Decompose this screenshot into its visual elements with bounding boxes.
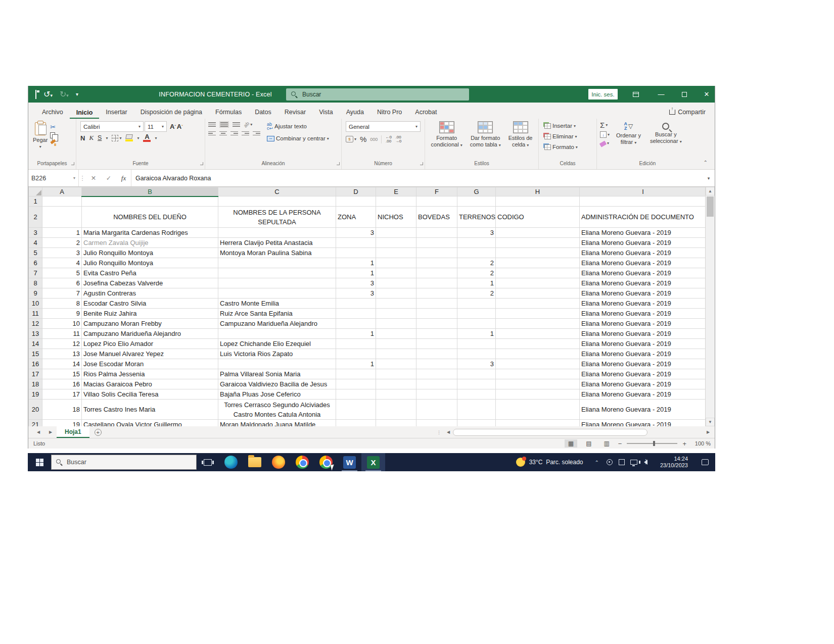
maximize-button[interactable]	[674, 86, 694, 103]
cell-nichos[interactable]	[376, 329, 416, 339]
cell-nichos[interactable]	[376, 238, 416, 248]
zoom-slider[interactable]	[627, 443, 677, 444]
cell-nichos[interactable]	[376, 309, 416, 319]
bold-button[interactable]: N	[80, 134, 85, 142]
cell-nichos[interactable]	[376, 400, 416, 420]
taskbar-explorer-button[interactable]	[243, 453, 266, 471]
autosum-button[interactable]: Σ▾	[600, 121, 610, 129]
clear-button[interactable]: ▾	[600, 140, 610, 146]
cell-codigo[interactable]	[496, 248, 580, 258]
cell-zona[interactable]	[336, 349, 376, 359]
cell-zona[interactable]	[336, 400, 376, 420]
cell-admin[interactable]: Eliana Moreno Guevara - 2019	[580, 420, 707, 427]
align-middle-icon[interactable]	[219, 121, 229, 128]
cell-owner[interactable]: Benite Ruiz Jahira	[82, 309, 218, 319]
cell-terrenos[interactable]: 3	[457, 228, 496, 238]
cell-owner[interactable]: Julio Ronquillo Montoya	[82, 258, 218, 268]
cell-index[interactable]: 5	[42, 268, 82, 278]
cell-index[interactable]: 19	[42, 420, 82, 427]
minimize-button[interactable]: —	[651, 86, 671, 103]
tray-security-icon[interactable]	[616, 453, 628, 471]
taskbar-excel-button[interactable]: X	[361, 453, 385, 471]
undo-icon[interactable]: ↺▾	[43, 89, 53, 99]
task-view-button[interactable]	[197, 453, 219, 471]
cell-codigo[interactable]	[496, 349, 580, 359]
increase-font-icon[interactable]: Aˆ	[170, 124, 176, 129]
cell-codigo[interactable]	[496, 339, 580, 349]
ribbon-search-box[interactable]: Buscar	[286, 88, 469, 101]
taskbar-chrome2-button[interactable]	[314, 453, 338, 471]
cell-terrenos[interactable]	[457, 389, 496, 400]
cell-buried[interactable]: Montoya Moran Paulina Sabina	[218, 248, 336, 258]
cell-index[interactable]: 3	[42, 248, 82, 258]
cell-codigo[interactable]	[496, 288, 580, 299]
cell-index[interactable]: 1	[42, 228, 82, 238]
cell-owner[interactable]: Escodar Castro Silvia	[82, 299, 218, 309]
decrease-font-icon[interactable]: Aˇ	[177, 124, 183, 129]
customize-toolbar-icon[interactable]: ▾	[76, 91, 78, 97]
cell-terrenos[interactable]	[457, 248, 496, 258]
cell-nichos[interactable]	[376, 369, 416, 379]
cell-bovedas[interactable]	[416, 228, 457, 238]
cell-nichos[interactable]	[376, 349, 416, 359]
cell-bovedas[interactable]	[416, 369, 457, 379]
share-button[interactable]: Compartir	[669, 109, 706, 116]
row-header[interactable]: 17	[29, 369, 42, 379]
cell-admin[interactable]: Eliana Moreno Guevara - 2019	[580, 349, 707, 359]
cell-owner[interactable]: Castellano Oyala Victor Guillermo	[82, 420, 218, 427]
cell-buried[interactable]	[218, 268, 336, 278]
cell-buried[interactable]: Lopez Chichande Elio Ezequiel	[218, 339, 336, 349]
cell-zona[interactable]	[336, 339, 376, 349]
cell-index[interactable]: 11	[42, 329, 82, 339]
row-header[interactable]: 11	[29, 309, 42, 319]
cell-buried[interactable]: Herrera Clavijo Petita Anastacia	[218, 238, 336, 248]
name-box[interactable]: B226▾	[28, 170, 79, 186]
comma-style-icon[interactable]: 000	[370, 137, 378, 142]
cell-admin[interactable]: Eliana Moreno Guevara - 2019	[580, 288, 707, 299]
cell-nichos[interactable]	[376, 228, 416, 238]
cell-owner[interactable]: Villao Solis Cecilia Teresa	[82, 389, 218, 400]
column-header[interactable]: B	[82, 187, 218, 196]
cell-admin[interactable]: Eliana Moreno Guevara - 2019	[580, 400, 707, 420]
paste-button[interactable]: Pegar▾	[30, 121, 50, 161]
cell-owner[interactable]: Julio Ronquillo Montoya	[82, 248, 218, 258]
cell-admin[interactable]: Eliana Moreno Guevara - 2019	[580, 248, 707, 258]
number-format-combo[interactable]: General▾	[346, 121, 421, 132]
close-button[interactable]: ✕	[697, 86, 717, 103]
cell-bovedas[interactable]	[416, 359, 457, 369]
conditional-formatting-button[interactable]: Formato condicional ▾	[429, 120, 465, 161]
cell-index[interactable]: 12	[42, 339, 82, 349]
cell-index[interactable]: 16	[42, 379, 82, 389]
hscroll-left-icon[interactable]: ◀	[445, 430, 452, 434]
cell-buried[interactable]: Castro Monte Emilia	[218, 299, 336, 309]
cell-admin[interactable]: Eliana Moreno Guevara - 2019	[580, 329, 707, 339]
cell-codigo[interactable]	[496, 379, 580, 389]
row-header[interactable]: 2	[29, 207, 42, 228]
cell-zona[interactable]	[336, 299, 376, 309]
cell-index[interactable]: 15	[42, 369, 82, 379]
cell-zona[interactable]: 3	[336, 228, 376, 238]
cell-owner[interactable]: Macias Garaicoa Pebro	[82, 379, 218, 389]
cell-terrenos[interactable]: 2	[457, 258, 496, 268]
cell-owner[interactable]: Jose Escodar Moran	[82, 359, 218, 369]
cell-bovedas-header[interactable]: BOVEDAS	[416, 207, 457, 228]
merge-center-button[interactable]: Combinar y centrar▾	[265, 134, 331, 142]
delete-cells-button[interactable]: Eliminar▾	[543, 132, 592, 140]
cell-admin[interactable]: Eliana Moreno Guevara - 2019	[580, 309, 707, 319]
cell-index[interactable]: 7	[42, 288, 82, 299]
cell-terrenos[interactable]	[457, 339, 496, 349]
row-header[interactable]: 3	[29, 228, 42, 238]
cell-zona[interactable]	[336, 248, 376, 258]
cell-buried[interactable]: Moran Maldonado Juana Matilde	[218, 420, 336, 427]
cell-codigo[interactable]	[496, 309, 580, 319]
cell-nichos[interactable]	[376, 288, 416, 299]
align-bottom-icon[interactable]	[233, 122, 240, 127]
row-header[interactable]: 10	[29, 299, 42, 309]
cell-owner[interactable]: Campuzano Maridueña Alejandro	[82, 329, 218, 339]
cell-buried[interactable]: Torres Cerrasco Segundo AlciviadesCastro…	[218, 400, 336, 420]
zoom-level[interactable]: 100 %	[691, 440, 711, 447]
cell-admin[interactable]: Eliana Moreno Guevara - 2019	[580, 339, 707, 349]
cell-admin[interactable]: Eliana Moreno Guevara - 2019	[580, 359, 707, 369]
ribbon-tab[interactable]: Ayuda	[340, 105, 370, 119]
cell-buried[interactable]: Campuzano Maridueña Alejandro	[218, 319, 336, 329]
